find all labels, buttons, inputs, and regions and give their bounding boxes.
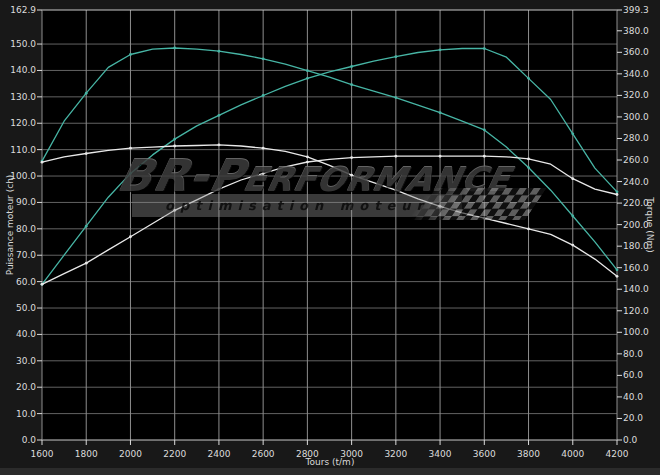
x-tick-label: 4000 <box>551 450 595 459</box>
curve-marker-stock-torque <box>173 145 176 148</box>
y-right-tick-label: 140.0 <box>623 285 660 294</box>
curve-marker-tuned-power <box>394 55 397 58</box>
curve-marker-tuned-torque <box>483 128 486 131</box>
y-right-tick-label: 40.0 <box>623 393 660 402</box>
curve-marker-tuned-power <box>439 48 442 51</box>
window-bottom-edge <box>0 468 660 475</box>
x-tick-label: 4200 <box>595 450 639 459</box>
y-left-tick-label: 20.0 <box>0 383 36 392</box>
curve-marker-stock-power <box>41 283 44 286</box>
y-left-tick-label: 140.0 <box>0 66 36 75</box>
curve-marker-stock-power <box>129 235 132 238</box>
curve-marker-tuned-power <box>218 114 221 117</box>
y-right-tick-label: 20.0 <box>623 414 660 423</box>
y-left-tick-label: 30.0 <box>0 357 36 366</box>
x-tick-label: 3200 <box>374 450 418 459</box>
y-left-tick-label: 50.0 <box>0 304 36 313</box>
curve-marker-tuned-torque <box>616 268 619 271</box>
y-left-tick-label: 40.0 <box>0 330 36 339</box>
y-right-tick-label: 320.0 <box>623 91 660 100</box>
curve-marker-tuned-power <box>527 77 530 80</box>
y-right-tick-label: 300.0 <box>623 113 660 122</box>
curve-marker-tuned-power <box>262 94 265 97</box>
y-right-tick-label: 120.0 <box>623 307 660 316</box>
y-right-tick-label: 80.0 <box>623 350 660 359</box>
curve-marker-tuned-torque <box>85 92 88 95</box>
x-axis-title: Tours (t/m) <box>306 457 355 467</box>
curve-marker-tuned-torque <box>306 69 309 72</box>
x-tick-label: 3800 <box>507 450 551 459</box>
y-right-tick-label: 380.0 <box>623 27 660 36</box>
curve-marker-stock-power <box>85 262 88 265</box>
y-left-tick-label: 60.0 <box>0 278 36 287</box>
curve-marker-stock-torque <box>527 228 530 231</box>
y-left-tick-label: 10.0 <box>0 410 36 419</box>
curve-marker-tuned-power <box>85 225 88 228</box>
y-right-axis-title: Torque (Nm) <box>645 197 655 252</box>
curve-marker-stock-torque <box>262 147 265 150</box>
curve-marker-tuned-power <box>571 132 574 135</box>
curves-canvas <box>0 0 660 475</box>
y-right-tick-label: 0.0 <box>623 436 660 445</box>
curve-marker-tuned-torque <box>571 215 574 218</box>
y-right-tick-label: 360.0 <box>623 48 660 57</box>
x-tick-label: 3400 <box>418 450 462 459</box>
curve-marker-tuned-torque <box>350 83 353 86</box>
curve-marker-stock-power <box>616 193 619 196</box>
x-tick-label: 2600 <box>241 450 285 459</box>
curve-marker-stock-torque <box>41 161 44 164</box>
x-tick-label: 2200 <box>153 450 197 459</box>
y-left-tick-label: 130.0 <box>0 93 36 102</box>
curve-marker-tuned-torque <box>439 111 442 114</box>
curve-marker-tuned-torque <box>394 96 397 99</box>
curve-marker-tuned-torque <box>129 53 132 56</box>
y-right-tick-label: 160.0 <box>623 264 660 273</box>
x-tick-label: 1600 <box>20 450 64 459</box>
x-tick-label: 2000 <box>108 450 152 459</box>
curve-marker-stock-torque <box>571 244 574 247</box>
curve-marker-tuned-torque <box>218 50 221 53</box>
dyno-chart: 162.9150.0140.0130.0120.0110.0100.090.08… <box>0 0 660 475</box>
y-left-tick-label: 0.0 <box>0 436 36 445</box>
y-left-tick-label: 162.9 <box>0 6 36 15</box>
curve-marker-stock-power <box>571 177 574 180</box>
curve-marker-tuned-torque <box>262 57 265 60</box>
x-tick-label: 2400 <box>197 450 241 459</box>
x-tick-label: 3600 <box>462 450 506 459</box>
y-right-tick-label: 60.0 <box>623 371 660 380</box>
curve-marker-stock-torque <box>218 144 221 147</box>
curve-marker-tuned-power <box>483 47 486 50</box>
curve-marker-stock-torque <box>616 275 619 278</box>
y-right-tick-label: 100.0 <box>623 328 660 337</box>
y-right-tick-label: 260.0 <box>623 156 660 165</box>
checkered-flag-graphic <box>407 188 547 220</box>
curve-marker-tuned-torque <box>173 47 176 50</box>
curve-marker-tuned-power <box>306 77 309 80</box>
curve-marker-tuned-power <box>616 190 619 193</box>
x-tick-label: 1800 <box>64 450 108 459</box>
curve-marker-tuned-power <box>173 138 176 141</box>
curve-marker-tuned-power <box>350 65 353 68</box>
y-right-tick-label: 399.3 <box>623 6 660 15</box>
brand-tagline: optimisation moteur <box>165 198 429 213</box>
y-right-tick-label: 340.0 <box>623 70 660 79</box>
y-left-tick-label: 120.0 <box>0 119 36 128</box>
y-right-tick-label: 240.0 <box>623 178 660 187</box>
curve-marker-stock-torque <box>85 152 88 155</box>
y-left-tick-label: 110.0 <box>0 146 36 155</box>
brand-watermark: BR-PERFORMANCE optimisation moteur <box>118 156 538 220</box>
y-left-axis-title: Puissance moteur (ch) <box>5 175 15 276</box>
y-right-tick-label: 280.0 <box>623 134 660 143</box>
y-left-tick-label: 150.0 <box>0 40 36 49</box>
